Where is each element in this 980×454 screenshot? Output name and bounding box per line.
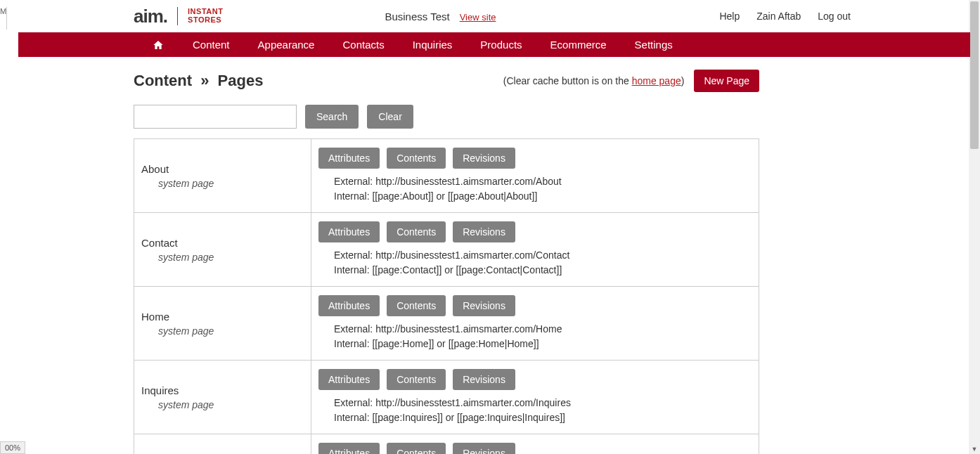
- vertical-scrollbar[interactable]: ▲ ▼: [969, 0, 980, 454]
- logo-brand: aim: [134, 6, 167, 27]
- contents-button[interactable]: Contents: [387, 369, 446, 390]
- table-row: Aboutsystem pageAttributesContentsRevisi…: [134, 139, 759, 213]
- nav-appearance[interactable]: Appearance: [258, 39, 315, 51]
- search-input[interactable]: [134, 105, 297, 129]
- internal-ref: [[page:Contact]] or [[page:Contact|Conta…: [372, 264, 562, 275]
- external-label: External:: [334, 176, 373, 187]
- external-url: http://businesstest1.aimsmarter.com/Inqu…: [375, 397, 571, 408]
- external-url: http://businesstest1.aimsmarter.com/Abou…: [375, 176, 562, 187]
- page-name: Contact: [141, 237, 302, 249]
- page-type: system page: [141, 399, 302, 410]
- revisions-button[interactable]: Revisions: [453, 369, 515, 390]
- external-url: http://businesstest1.aimsmarter.com/Cont…: [375, 249, 569, 261]
- page-name: Inquires: [141, 384, 302, 396]
- attributes-button[interactable]: Attributes: [318, 295, 380, 316]
- help-link[interactable]: Help: [719, 11, 740, 22]
- view-site-link[interactable]: View site: [460, 12, 496, 22]
- table-row: Inquiressystem pageAttributesContentsRev…: [134, 361, 759, 434]
- breadcrumb-pages: Pages: [218, 72, 264, 89]
- clear-button[interactable]: Clear: [367, 105, 413, 129]
- attributes-button[interactable]: Attributes: [318, 369, 380, 390]
- table-row: Inquires Basketsystem pageAttributesCont…: [134, 434, 759, 455]
- revisions-button[interactable]: Revisions: [453, 148, 515, 169]
- nav-content[interactable]: Content: [193, 39, 230, 51]
- page-type: system page: [141, 252, 302, 263]
- internal-ref: [[page:Inquires]] or [[page:Inquires|Inq…: [372, 412, 565, 423]
- cropped-fragment: M: [0, 7, 7, 30]
- scrollbar-thumb[interactable]: [970, 1, 979, 149]
- external-label: External:: [334, 397, 373, 408]
- table-row: Homesystem pageAttributesContentsRevisio…: [134, 287, 759, 361]
- revisions-button[interactable]: Revisions: [453, 295, 515, 316]
- cache-note: (Clear cache button is on the home page): [503, 75, 685, 86]
- main-nav: Content Appearance Contacts Inquiries Pr…: [18, 32, 970, 57]
- logo-sub-line2: STORES: [188, 15, 221, 24]
- new-page-button[interactable]: New Page: [694, 70, 759, 92]
- contents-button[interactable]: Contents: [387, 443, 446, 454]
- home-page-link[interactable]: home page: [632, 75, 681, 86]
- internal-label: Internal:: [334, 264, 370, 275]
- internal-label: Internal:: [334, 338, 370, 349]
- nav-inquiries[interactable]: Inquiries: [413, 39, 453, 51]
- cache-suffix: ): [681, 75, 685, 86]
- nav-ecommerce[interactable]: Ecommerce: [550, 39, 607, 51]
- logo: aim INSTANT STORES: [134, 6, 223, 27]
- page-type: system page: [141, 325, 302, 337]
- internal-ref: [[page:Home]] or [[page:Home|Home]]: [372, 338, 539, 349]
- user-name[interactable]: Zain Aftab: [756, 11, 801, 22]
- revisions-button[interactable]: Revisions: [453, 221, 515, 242]
- attributes-button[interactable]: Attributes: [318, 148, 380, 169]
- internal-ref: [[page:About]] or [[page:About|About]]: [372, 190, 537, 202]
- page-type: system page: [141, 178, 302, 189]
- logo-separator: [177, 7, 178, 25]
- breadcrumb-content[interactable]: Content: [134, 72, 192, 89]
- logo-subtitle: INSTANT STORES: [188, 8, 223, 24]
- cache-prefix: (Clear cache button is on the: [503, 75, 632, 86]
- pages-table: Aboutsystem pageAttributesContentsRevisi…: [134, 138, 759, 454]
- nav-settings[interactable]: Settings: [635, 39, 673, 51]
- logout-link[interactable]: Log out: [818, 11, 851, 22]
- internal-label: Internal:: [334, 190, 370, 202]
- internal-label: Internal:: [334, 412, 370, 423]
- external-url: http://businesstest1.aimsmarter.com/Home: [375, 323, 562, 335]
- page-name: Home: [141, 311, 302, 323]
- table-row: Contactsystem pageAttributesContentsRevi…: [134, 213, 759, 287]
- home-icon[interactable]: [152, 39, 165, 51]
- breadcrumb: Content » Pages: [134, 72, 263, 90]
- scroll-down-arrow[interactable]: ▼: [970, 444, 979, 454]
- contents-button[interactable]: Contents: [387, 148, 446, 169]
- external-label: External:: [334, 323, 373, 335]
- breadcrumb-sep: »: [200, 72, 209, 89]
- logo-sub-line1: INSTANT: [188, 7, 223, 15]
- contents-button[interactable]: Contents: [387, 295, 446, 316]
- search-button[interactable]: Search: [305, 105, 359, 129]
- nav-contacts[interactable]: Contacts: [342, 39, 384, 51]
- zoom-level: 00%: [0, 441, 25, 454]
- top-header: aim INSTANT STORES Business Test View si…: [18, 0, 970, 32]
- contents-button[interactable]: Contents: [387, 221, 446, 242]
- revisions-button[interactable]: Revisions: [453, 443, 515, 454]
- external-label: External:: [334, 249, 373, 261]
- site-name: Business Test: [385, 11, 449, 22]
- attributes-button[interactable]: Attributes: [318, 443, 380, 454]
- page-name: About: [141, 163, 302, 175]
- attributes-button[interactable]: Attributes: [318, 221, 380, 242]
- nav-products[interactable]: Products: [480, 39, 522, 51]
